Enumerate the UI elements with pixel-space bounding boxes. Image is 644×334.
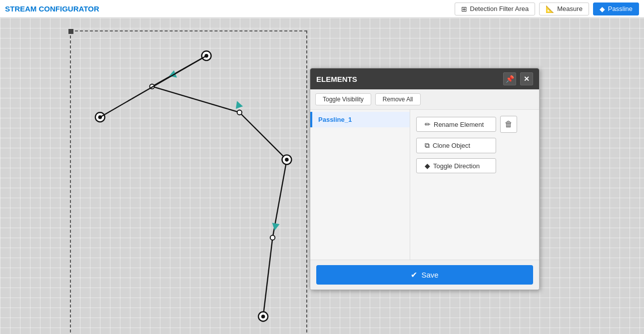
svg-line-4 [263, 238, 273, 317]
svg-marker-7 [271, 223, 279, 231]
passline-button[interactable]: ◆ Passline [593, 2, 639, 15]
panel-footer: ✔ Save [310, 260, 539, 290]
svg-point-9 [204, 54, 208, 58]
clone-label: Clone Object [433, 142, 470, 149]
svg-point-11 [98, 115, 102, 119]
rename-row: ✏ Rename Element 🗑 [416, 116, 533, 133]
pin-icon: 📌 [506, 75, 514, 83]
elements-list: Passline_1 [310, 110, 410, 260]
svg-point-13 [237, 110, 242, 115]
detection-filter-label: Detection Filter Area [470, 5, 529, 12]
svg-point-17 [258, 312, 268, 322]
toggle-direction-label: Toggle Direction [433, 162, 480, 170]
app-title: STREAM CONFIGURATOR [5, 4, 99, 13]
detection-filter-button[interactable]: ⊞ Detection Filter Area [455, 2, 536, 15]
toggle-direction-row: ◆ Toggle Direction [416, 158, 533, 173]
app-header: STREAM CONFIGURATOR ⊞ Detection Filter A… [0, 0, 644, 18]
passline1-label: Passline_1 [318, 116, 352, 123]
passline-label: Passline [608, 5, 633, 12]
panel-title: ELEMENTS [316, 75, 499, 83]
svg-point-14 [282, 155, 292, 164]
svg-point-10 [95, 112, 105, 122]
svg-line-19 [100, 56, 206, 117]
delete-button[interactable]: 🗑 [500, 116, 517, 133]
clone-row: ⧉ Clone Object [416, 138, 533, 153]
clone-icon: ⧉ [425, 141, 430, 150]
dashed-bounding-box [70, 30, 307, 334]
svg-line-2 [239, 112, 287, 160]
toggle-visibility-button[interactable]: Toggle Visibility [315, 93, 371, 105]
rename-icon: ✏ [425, 120, 431, 128]
toggle-visibility-label: Toggle Visibility [323, 96, 364, 103]
save-label: Save [421, 271, 438, 279]
list-item-passline1[interactable]: Passline_1 [310, 112, 410, 127]
box-corner-icon [68, 29, 73, 34]
svg-marker-6 [233, 100, 243, 109]
measure-label: Measure [557, 5, 583, 12]
panel-close-button[interactable]: ✕ [520, 72, 533, 85]
detection-filter-icon: ⊞ [461, 5, 467, 13]
clone-object-button[interactable]: ⧉ Clone Object [416, 138, 496, 153]
passline-icon: ◆ [600, 5, 605, 13]
close-icon: ✕ [524, 75, 530, 83]
svg-line-0 [152, 56, 206, 87]
svg-point-18 [261, 315, 265, 319]
svg-point-15 [285, 158, 289, 162]
canvas-area[interactable]: ELEMENTS 📌 ✕ Toggle Visibility Remove Al… [0, 18, 644, 334]
panel-body: Passline_1 ✏ Rename Element 🗑 ⧉ [310, 110, 539, 260]
panel-header: ELEMENTS 📌 ✕ [310, 68, 539, 89]
delete-icon: 🗑 [505, 120, 513, 129]
save-icon: ✔ [411, 270, 417, 280]
svg-point-8 [202, 51, 211, 60]
rename-label: Rename Element [434, 121, 484, 128]
measure-button[interactable]: 📐 Measure [539, 2, 589, 15]
remove-all-label: Remove All [383, 96, 413, 103]
panel-toolbar: Toggle Visibility Remove All [310, 89, 539, 110]
remove-all-button[interactable]: Remove All [375, 93, 421, 105]
rename-element-button[interactable]: ✏ Rename Element [416, 117, 496, 132]
toggle-direction-button[interactable]: ◆ Toggle Direction [416, 158, 496, 173]
svg-line-1 [152, 86, 239, 112]
panel-pin-button[interactable]: 📌 [503, 72, 516, 85]
svg-marker-5 [169, 70, 179, 81]
toggle-direction-icon: ◆ [425, 162, 430, 170]
svg-point-12 [150, 84, 154, 88]
panel-actions: ✏ Rename Element 🗑 ⧉ Clone Object ◆ [410, 110, 539, 260]
elements-panel: ELEMENTS 📌 ✕ Toggle Visibility Remove Al… [310, 68, 540, 290]
svg-line-3 [273, 160, 287, 238]
save-button[interactable]: ✔ Save [316, 265, 533, 285]
measure-icon: 📐 [546, 5, 554, 13]
svg-point-16 [270, 235, 275, 240]
